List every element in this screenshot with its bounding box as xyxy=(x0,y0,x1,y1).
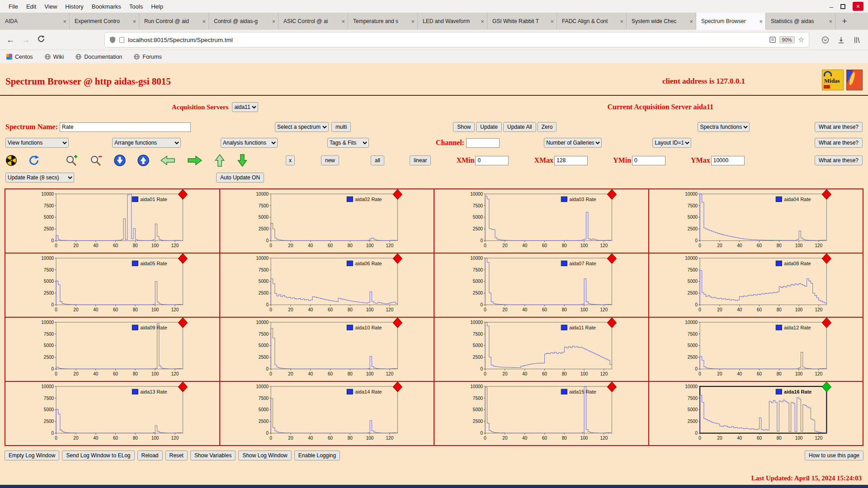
status-diamond-icon[interactable] xyxy=(393,189,402,199)
update-all-button[interactable]: Update All xyxy=(503,122,536,132)
spectrum-name-input[interactable] xyxy=(60,122,191,132)
multi-button[interactable]: multi xyxy=(331,122,351,132)
tab-system-wide-chec[interactable]: System wide Chec× xyxy=(627,13,696,30)
spectrum-panel-aida11[interactable]: 025005000750010000020406080100120aida11 … xyxy=(434,318,648,381)
update-rate-dropdown[interactable]: Update Rate (8 secs) xyxy=(5,173,74,183)
bookmark-forums[interactable]: Forums xyxy=(134,54,161,60)
tab-temperature-and-s[interactable]: Temperature and s× xyxy=(348,13,418,30)
xmax-input[interactable] xyxy=(554,156,588,165)
tab-close-icon[interactable]: × xyxy=(411,18,415,25)
status-diamond-icon[interactable] xyxy=(822,382,831,392)
tab-close-icon[interactable]: × xyxy=(63,18,66,25)
reader-mode-icon[interactable] xyxy=(769,37,776,43)
radiation-icon[interactable] xyxy=(5,155,17,166)
spectrum-panel-aida16[interactable]: 025005000750010000020406080100120aida16 … xyxy=(649,382,863,445)
zero-button[interactable]: Zero xyxy=(538,122,557,132)
raise-icon[interactable] xyxy=(214,154,225,167)
tab-spectrum-browser[interactable]: Spectrum Browser× xyxy=(696,13,766,30)
menu-history[interactable]: History xyxy=(61,3,87,10)
number-of-galleries-dropdown[interactable]: Number of Galleries xyxy=(544,138,602,148)
tab-led-and-waveform[interactable]: LED and Waveform× xyxy=(418,13,487,30)
reset-button[interactable]: Reset xyxy=(165,450,188,460)
status-diamond-icon[interactable] xyxy=(393,318,402,328)
tab-fadc-align-cont[interactable]: FADC Align & Cont× xyxy=(557,13,627,30)
tab-close-icon[interactable]: × xyxy=(550,18,554,25)
back-button[interactable]: ← xyxy=(5,35,15,45)
view-functions-dropdown[interactable]: View functions xyxy=(5,138,69,148)
tab-gsi-white-rabbit-t[interactable]: GSI White Rabbit T× xyxy=(487,13,557,30)
show-button[interactable]: Show xyxy=(453,122,475,132)
pocket-icon[interactable] xyxy=(821,36,829,44)
channel-input[interactable] xyxy=(466,138,500,148)
move-down-icon[interactable] xyxy=(114,155,126,166)
tab-experiment-contro[interactable]: Experiment Contro× xyxy=(70,13,139,30)
tab-asic-control-ai[interactable]: ASIC Control @ ai× xyxy=(278,13,348,30)
spectrum-panel-aida02[interactable]: 025005000750010000020406080100120aida02 … xyxy=(220,189,434,253)
lower-icon[interactable] xyxy=(237,154,248,167)
what-are-these-button-2[interactable]: What are these? xyxy=(815,138,863,148)
tab-control-aidas-g[interactable]: Control @ aidas-g× xyxy=(209,13,278,30)
spectrum-panel-aida09[interactable]: 025005000750010000020406080100120aida09 … xyxy=(5,318,219,381)
next-gallery-icon[interactable] xyxy=(187,155,203,166)
all-button[interactable]: all xyxy=(371,155,384,165)
reload-button[interactable]: Reload xyxy=(137,450,163,460)
new-tab-button[interactable]: + xyxy=(835,13,854,30)
tab-close-icon[interactable]: × xyxy=(829,18,832,25)
status-diamond-icon[interactable] xyxy=(822,318,831,328)
analysis-functions-dropdown[interactable]: Analysis functions xyxy=(221,138,278,148)
status-diamond-icon[interactable] xyxy=(178,318,187,328)
spectrum-panel-aida08[interactable]: 025005000750010000020406080100120aida08 … xyxy=(649,253,863,317)
shield-icon[interactable] xyxy=(109,36,116,43)
new-button[interactable]: new xyxy=(321,155,339,165)
spectrum-panel-aida10[interactable]: 025005000750010000020406080100120aida10 … xyxy=(220,318,434,381)
select-spectrum-dropdown[interactable]: Select a spectrum xyxy=(275,122,329,132)
tab-close-icon[interactable]: × xyxy=(202,18,206,25)
status-diamond-icon[interactable] xyxy=(393,382,402,392)
update-button[interactable]: Update xyxy=(476,122,502,132)
status-diamond-icon[interactable] xyxy=(822,189,831,199)
downloads-icon[interactable] xyxy=(837,36,845,44)
forward-button[interactable]: → xyxy=(21,35,31,45)
url-bar[interactable]: localhost:8015/Spectrum/Spectrum.tml 90%… xyxy=(105,33,809,47)
spectrum-panel-aida15[interactable]: 025005000750010000020406080100120aida15 … xyxy=(434,382,648,445)
spectrum-panel-aida01[interactable]: 025005000750010000020406080100120aida01 … xyxy=(5,189,219,253)
tab-close-icon[interactable]: × xyxy=(689,18,693,25)
bookmark-star-icon[interactable]: ☆ xyxy=(798,36,804,44)
menu-bookmarks[interactable]: Bookmarks xyxy=(88,3,125,10)
tab-close-icon[interactable]: × xyxy=(759,18,763,25)
empty-log-window-button[interactable]: Empty Log Window xyxy=(5,450,59,460)
status-diamond-icon[interactable] xyxy=(178,253,187,263)
ymin-input[interactable] xyxy=(632,156,665,165)
spectrum-panel-aida13[interactable]: 025005000750010000020406080100120aida13 … xyxy=(5,382,219,445)
xmin-input[interactable] xyxy=(475,156,509,165)
bookmark-centos[interactable]: Centos xyxy=(6,54,33,60)
spectrum-panel-aida06[interactable]: 025005000750010000020406080100120aida06 … xyxy=(220,253,434,317)
spectrum-panel-aida05[interactable]: 025005000750010000020406080100120aida05 … xyxy=(5,253,219,317)
menu-file[interactable]: File xyxy=(5,3,22,10)
reload-button[interactable] xyxy=(36,35,46,45)
spectra-functions-dropdown[interactable]: Spectra functions xyxy=(698,122,750,132)
spectrum-panel-aida04[interactable]: 025005000750010000020406080100120aida04 … xyxy=(649,189,863,253)
tab-close-icon[interactable]: × xyxy=(481,18,484,25)
enable-logging-button[interactable]: Enable Logging xyxy=(294,450,340,460)
arrange-functions-dropdown[interactable]: Arrange functions xyxy=(112,138,181,148)
minimize-button[interactable]: – xyxy=(830,3,833,10)
status-diamond-icon[interactable] xyxy=(607,253,616,263)
tab-close-icon[interactable]: × xyxy=(272,18,275,25)
status-diamond-icon[interactable] xyxy=(607,382,616,392)
show-log-window-button[interactable]: Show Log Window xyxy=(238,450,291,460)
layout-id-dropdown[interactable]: Layout ID=1 xyxy=(652,138,691,148)
auto-update-button[interactable]: Auto Update ON xyxy=(216,173,264,183)
x-button[interactable]: x xyxy=(286,155,295,165)
send-log-window-to-elog-button[interactable]: Send Log Window to ELog xyxy=(62,450,134,460)
status-diamond-icon[interactable] xyxy=(178,382,187,392)
maximize-button[interactable] xyxy=(840,4,845,9)
status-diamond-icon[interactable] xyxy=(607,318,616,328)
spectrum-panel-aida03[interactable]: 025005000750010000020406080100120aida03 … xyxy=(434,189,648,253)
tab-statistics-aidas[interactable]: Statistics @ aidas× xyxy=(766,13,835,30)
what-are-these-button-1[interactable]: What are these? xyxy=(815,122,863,132)
show-variables-button[interactable]: Show Variables xyxy=(190,450,236,460)
bookmark-wiki[interactable]: Wiki xyxy=(45,54,64,60)
tab-close-icon[interactable]: × xyxy=(132,18,136,25)
tab-run-control-aid[interactable]: Run Control @ aid× xyxy=(139,13,209,30)
